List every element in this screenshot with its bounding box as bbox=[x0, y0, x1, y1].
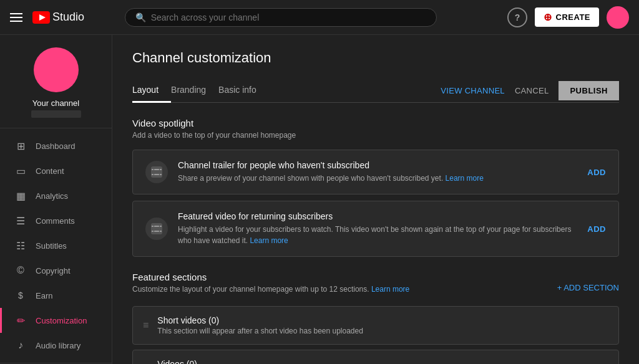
short-videos-title: Short videos (0) bbox=[157, 315, 363, 325]
sidebar-item-dashboard[interactable]: ⊞ Dashboard bbox=[0, 133, 112, 158]
header-left: Studio bbox=[10, 11, 84, 24]
featured-sections-learn-more-link[interactable]: Learn more bbox=[371, 285, 409, 294]
sidebar-profile: Your channel bbox=[0, 35, 112, 128]
svg-rect-12 bbox=[160, 226, 162, 227]
subtitles-icon: ☷ bbox=[14, 239, 27, 252]
svg-rect-14 bbox=[154, 231, 159, 232]
videos-title: Videos (0) bbox=[157, 359, 347, 364]
svg-rect-6 bbox=[152, 174, 154, 175]
create-plus-icon: ⊕ bbox=[544, 11, 552, 23]
help-label: ? bbox=[515, 12, 520, 22]
dashboard-icon: ⊞ bbox=[14, 140, 27, 152]
sidebar-item-comments[interactable]: ☰ Comments bbox=[0, 208, 112, 233]
help-button[interactable]: ? bbox=[507, 7, 527, 27]
view-channel-button[interactable]: VIEW CHANNEL bbox=[441, 86, 505, 95]
featured-learn-more-link[interactable]: Learn more bbox=[250, 236, 288, 245]
featured-sections-title: Featured sections bbox=[132, 272, 557, 282]
featured-card-icon bbox=[145, 218, 168, 240]
featured-card: Featured video for returning subscribers… bbox=[132, 201, 619, 257]
svg-rect-3 bbox=[152, 169, 154, 170]
tab-branding[interactable]: Branding bbox=[171, 79, 218, 103]
featured-add-button[interactable]: ADD bbox=[587, 224, 606, 234]
short-videos-info: Short videos (0) This section will appea… bbox=[157, 315, 363, 335]
featured-sections-header: Featured sections Customize the layout o… bbox=[132, 272, 619, 304]
featured-card-info: Featured video for returning subscribers… bbox=[178, 211, 577, 246]
sidebar-item-content[interactable]: ▭ Content bbox=[0, 158, 112, 183]
tab-layout-label: Layout bbox=[132, 85, 159, 95]
sidebar-avatar[interactable] bbox=[34, 47, 79, 92]
sidebar-item-label: Analytics bbox=[36, 191, 68, 201]
tabs-bar: Layout Branding Basic info VIEW CHANNEL … bbox=[132, 79, 619, 103]
search-icon: 🔍 bbox=[135, 12, 146, 22]
tab-basic-info[interactable]: Basic info bbox=[218, 79, 269, 103]
analytics-icon: ▦ bbox=[14, 189, 27, 202]
header: Studio 🔍 ? ⊕ CREATE bbox=[0, 0, 639, 35]
svg-rect-7 bbox=[154, 174, 159, 175]
sidebar: Your channel ⊞ Dashboard ▭ Content ▦ Ana… bbox=[0, 35, 112, 364]
page-title: Channel customization bbox=[132, 50, 619, 66]
sidebar-item-label: Content bbox=[36, 166, 64, 176]
trailer-card-title: Channel trailer for people who haven't s… bbox=[178, 160, 577, 170]
studio-logo-text: Studio bbox=[52, 11, 84, 24]
featured-sections: Featured sections Customize the layout o… bbox=[132, 272, 619, 364]
film-icon bbox=[151, 166, 162, 178]
trailer-add-button[interactable]: ADD bbox=[587, 168, 606, 177]
trailer-card-desc: Share a preview of your channel shown wi… bbox=[178, 173, 577, 184]
trailer-card: Channel trailer for people who haven't s… bbox=[132, 150, 619, 194]
sidebar-item-audio-library[interactable]: ♪ Audio library bbox=[0, 333, 112, 358]
earn-icon: $ bbox=[14, 289, 27, 302]
sidebar-nav: ⊞ Dashboard ▭ Content ▦ Analytics ☰ Comm… bbox=[0, 128, 112, 363]
sidebar-item-label: Copyright bbox=[36, 266, 71, 275]
search-bar[interactable]: 🔍 bbox=[125, 8, 437, 27]
featured-film-icon bbox=[151, 223, 162, 234]
tab-layout[interactable]: Layout bbox=[132, 79, 171, 103]
svg-rect-5 bbox=[160, 169, 162, 170]
avatar[interactable] bbox=[607, 6, 629, 29]
content-icon: ▭ bbox=[14, 165, 27, 177]
youtube-icon bbox=[32, 11, 50, 24]
sidebar-item-analytics[interactable]: ▦ Analytics bbox=[0, 183, 112, 208]
cancel-button[interactable]: CANCEL bbox=[515, 86, 549, 95]
audio-library-icon: ♪ bbox=[14, 339, 27, 352]
trailer-card-info: Channel trailer for people who haven't s… bbox=[178, 160, 577, 184]
tab-actions: VIEW CHANNEL CANCEL PUBLISH bbox=[441, 81, 619, 100]
tab-branding-label: Branding bbox=[171, 85, 206, 95]
sidebar-item-subtitles[interactable]: ☷ Subtitles bbox=[0, 233, 112, 258]
create-label: CREATE bbox=[556, 12, 590, 22]
video-spotlight-title: Video spotlight bbox=[132, 118, 619, 128]
sidebar-item-customization[interactable]: ✏ Customization bbox=[0, 308, 112, 333]
featured-card-title: Featured video for returning subscribers bbox=[178, 211, 577, 221]
sidebar-item-label: Customization bbox=[36, 316, 87, 325]
add-section-button[interactable]: + ADD SECTION bbox=[557, 283, 619, 292]
videos-row: ≡ Videos (0) This section will appear wh… bbox=[132, 350, 619, 364]
svg-rect-10 bbox=[152, 226, 154, 227]
svg-rect-9 bbox=[151, 223, 162, 234]
sidebar-item-label: Subtitles bbox=[36, 241, 67, 251]
sidebar-item-label: Comments bbox=[36, 216, 75, 226]
sidebar-handle bbox=[31, 110, 81, 118]
svg-rect-8 bbox=[160, 174, 162, 175]
hamburger-button[interactable] bbox=[10, 13, 22, 22]
trailer-card-icon bbox=[145, 161, 168, 183]
sidebar-item-copyright[interactable]: © Copyright bbox=[0, 258, 112, 283]
featured-card-desc: Highlight a video for your subscribers t… bbox=[178, 224, 577, 246]
create-button[interactable]: ⊕ CREATE bbox=[535, 7, 599, 27]
trailer-learn-more-link[interactable]: Learn more bbox=[446, 174, 484, 183]
copyright-icon: © bbox=[14, 264, 27, 277]
content-area: Channel customization Layout Branding Ba… bbox=[112, 35, 639, 364]
short-videos-row: ≡ Short videos (0) This section will app… bbox=[132, 306, 619, 345]
sidebar-item-earn[interactable]: $ Earn bbox=[0, 283, 112, 308]
sidebar-item-label: Earn bbox=[36, 291, 52, 300]
main-layout: Your channel ⊞ Dashboard ▭ Content ▦ Ana… bbox=[0, 35, 639, 364]
svg-rect-13 bbox=[152, 231, 154, 232]
search-input[interactable] bbox=[151, 12, 426, 22]
header-right: ? ⊕ CREATE bbox=[507, 6, 629, 29]
short-videos-drag-handle[interactable]: ≡ bbox=[143, 320, 149, 331]
sidebar-item-label: Audio library bbox=[36, 341, 80, 350]
sidebar-item-label: Dashboard bbox=[36, 141, 76, 151]
video-spotlight-section: Video spotlight Add a video to the top o… bbox=[132, 118, 619, 257]
svg-rect-2 bbox=[151, 166, 162, 178]
featured-sections-header-text: Featured sections Customize the layout o… bbox=[132, 272, 557, 304]
publish-button[interactable]: PUBLISH bbox=[559, 81, 619, 100]
svg-rect-15 bbox=[160, 231, 162, 232]
